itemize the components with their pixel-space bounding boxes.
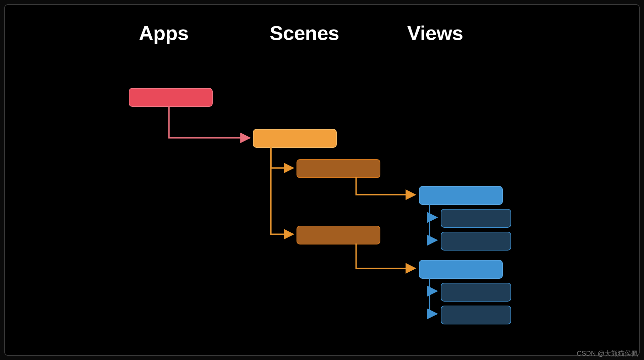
watermark: CSDN @大熊猫侯佩 (577, 349, 638, 358)
heading-scenes: Scenes (270, 21, 339, 45)
node-app (129, 88, 213, 107)
node-view-1-sub-1 (441, 209, 511, 228)
edge-view2-to-sub2 (430, 278, 437, 314)
node-view-1-sub-2 (441, 232, 511, 251)
node-scene-root (253, 129, 337, 148)
diagram-arrows (5, 5, 639, 355)
node-view-2-sub-1 (441, 283, 511, 302)
node-view-2 (419, 260, 503, 279)
edge-app-to-scene (169, 106, 250, 138)
slide-frame: Apps Scenes Views (4, 4, 640, 356)
node-view-2-sub-2 (441, 306, 511, 324)
heading-apps: Apps (139, 21, 189, 45)
edge-child2-to-view2 (356, 243, 415, 268)
edge-view1-to-sub1 (430, 204, 437, 218)
edge-scene-to-child1 (271, 147, 293, 168)
edge-scene-to-child2 (271, 147, 293, 234)
node-scene-child-1 (297, 159, 380, 178)
heading-views: Views (407, 21, 463, 45)
node-scene-child-2 (297, 226, 380, 244)
edge-view2-to-sub1 (430, 278, 437, 291)
edge-view1-to-sub2 (430, 204, 437, 240)
edge-child1-to-view1 (356, 177, 415, 195)
node-view-1 (419, 186, 503, 205)
